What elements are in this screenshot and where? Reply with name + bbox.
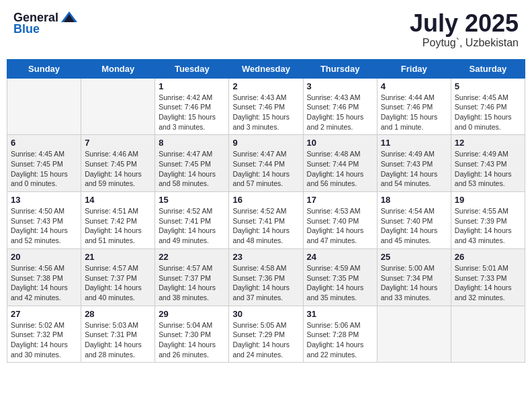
header-sunday: Sunday — [7, 59, 81, 78]
day-number: 30 — [232, 309, 299, 319]
calendar-day-cell: 22Sunrise: 4:57 AMSunset: 7:37 PMDayligh… — [155, 248, 229, 306]
day-number: 7 — [85, 138, 151, 148]
header: General Blue July 2025 Poytug`, Uzbekist… — [7, 7, 525, 52]
day-number: 15 — [159, 195, 225, 205]
calendar-day-cell: 5Sunrise: 4:45 AMSunset: 7:46 PMDaylight… — [451, 78, 525, 135]
calendar-day-cell: 8Sunrise: 4:47 AMSunset: 7:45 PMDaylight… — [155, 135, 229, 192]
day-number: 25 — [381, 252, 447, 262]
day-info: Sunrise: 4:49 AMSunset: 7:43 PMDaylight:… — [381, 149, 447, 189]
day-info: Sunrise: 4:57 AMSunset: 7:37 PMDaylight:… — [159, 263, 225, 303]
day-number: 20 — [11, 252, 77, 262]
title-area: July 2025 Poytug`, Uzbekistan — [410, 10, 519, 49]
day-number: 29 — [159, 309, 225, 319]
day-info: Sunrise: 5:06 AMSunset: 7:28 PMDaylight:… — [307, 320, 373, 360]
day-number: 23 — [232, 252, 299, 262]
day-number: 10 — [307, 138, 373, 148]
day-info: Sunrise: 4:45 AMSunset: 7:45 PMDaylight:… — [11, 149, 77, 189]
calendar-week-row: 1Sunrise: 4:42 AMSunset: 7:46 PMDaylight… — [7, 78, 525, 135]
day-info: Sunrise: 4:49 AMSunset: 7:43 PMDaylight:… — [455, 149, 521, 189]
day-number: 13 — [11, 195, 77, 205]
calendar-day-cell — [81, 78, 155, 135]
day-number: 24 — [307, 252, 373, 262]
header-wednesday: Wednesday — [229, 59, 303, 78]
calendar-day-cell: 24Sunrise: 4:59 AMSunset: 7:35 PMDayligh… — [303, 248, 377, 306]
day-info: Sunrise: 4:44 AMSunset: 7:46 PMDaylight:… — [381, 93, 447, 132]
calendar-day-cell: 31Sunrise: 5:06 AMSunset: 7:28 PMDayligh… — [303, 306, 377, 363]
header-saturday: Saturday — [451, 59, 525, 78]
day-number: 28 — [85, 309, 151, 319]
day-number: 27 — [11, 309, 77, 319]
calendar-day-cell: 27Sunrise: 5:02 AMSunset: 7:32 PMDayligh… — [7, 306, 81, 363]
calendar-day-cell: 23Sunrise: 4:58 AMSunset: 7:36 PMDayligh… — [229, 248, 303, 306]
calendar-week-row: 20Sunrise: 4:56 AMSunset: 7:38 PMDayligh… — [7, 248, 525, 306]
day-info: Sunrise: 5:00 AMSunset: 7:34 PMDaylight:… — [381, 263, 447, 303]
calendar-day-cell — [377, 306, 451, 363]
calendar-day-cell: 9Sunrise: 4:47 AMSunset: 7:44 PMDaylight… — [229, 135, 303, 192]
day-number: 18 — [381, 195, 447, 205]
day-info: Sunrise: 4:43 AMSunset: 7:46 PMDaylight:… — [232, 93, 299, 132]
calendar-day-cell: 28Sunrise: 5:03 AMSunset: 7:31 PMDayligh… — [81, 306, 155, 363]
day-info: Sunrise: 4:52 AMSunset: 7:41 PMDaylight:… — [159, 206, 225, 246]
calendar-day-cell: 11Sunrise: 4:49 AMSunset: 7:43 PMDayligh… — [377, 135, 451, 192]
day-info: Sunrise: 5:03 AMSunset: 7:31 PMDaylight:… — [85, 320, 151, 360]
day-number: 5 — [455, 81, 521, 91]
calendar-day-cell: 4Sunrise: 4:44 AMSunset: 7:46 PMDaylight… — [377, 78, 451, 135]
day-number: 6 — [11, 138, 77, 148]
day-number: 21 — [85, 252, 151, 262]
calendar-day-cell: 15Sunrise: 4:52 AMSunset: 7:41 PMDayligh… — [155, 192, 229, 249]
calendar-day-cell: 21Sunrise: 4:57 AMSunset: 7:37 PMDayligh… — [81, 248, 155, 306]
location-title: Poytug`, Uzbekistan — [410, 37, 519, 49]
day-info: Sunrise: 4:59 AMSunset: 7:35 PMDaylight:… — [307, 263, 373, 303]
day-number: 26 — [455, 252, 521, 262]
calendar-header-row: SundayMondayTuesdayWednesdayThursdayFrid… — [7, 59, 525, 78]
logo-icon — [60, 10, 79, 25]
calendar-day-cell: 30Sunrise: 5:05 AMSunset: 7:29 PMDayligh… — [229, 306, 303, 363]
day-info: Sunrise: 5:02 AMSunset: 7:32 PMDaylight:… — [11, 320, 77, 360]
calendar-week-row: 6Sunrise: 4:45 AMSunset: 7:45 PMDaylight… — [7, 135, 525, 192]
logo-blue: Blue — [13, 22, 40, 36]
day-info: Sunrise: 4:55 AMSunset: 7:39 PMDaylight:… — [455, 206, 521, 246]
calendar-day-cell: 20Sunrise: 4:56 AMSunset: 7:38 PMDayligh… — [7, 248, 81, 306]
calendar-day-cell: 26Sunrise: 5:01 AMSunset: 7:33 PMDayligh… — [451, 248, 525, 306]
day-info: Sunrise: 5:04 AMSunset: 7:30 PMDaylight:… — [159, 320, 225, 360]
day-info: Sunrise: 4:43 AMSunset: 7:46 PMDaylight:… — [307, 93, 373, 132]
day-number: 14 — [85, 195, 151, 205]
calendar-week-row: 13Sunrise: 4:50 AMSunset: 7:43 PMDayligh… — [7, 192, 525, 249]
day-number: 4 — [381, 81, 447, 91]
calendar-day-cell: 10Sunrise: 4:48 AMSunset: 7:44 PMDayligh… — [303, 135, 377, 192]
day-number: 16 — [232, 195, 299, 205]
header-friday: Friday — [377, 59, 451, 78]
calendar-day-cell: 7Sunrise: 4:46 AMSunset: 7:45 PMDaylight… — [81, 135, 155, 192]
day-info: Sunrise: 4:47 AMSunset: 7:44 PMDaylight:… — [232, 149, 299, 189]
day-number: 17 — [307, 195, 373, 205]
calendar: SundayMondayTuesdayWednesdayThursdayFrid… — [7, 59, 525, 363]
day-number: 19 — [455, 195, 521, 205]
day-info: Sunrise: 4:51 AMSunset: 7:42 PMDaylight:… — [85, 206, 151, 246]
day-info: Sunrise: 4:58 AMSunset: 7:36 PMDaylight:… — [232, 263, 299, 303]
day-info: Sunrise: 4:52 AMSunset: 7:41 PMDaylight:… — [232, 206, 299, 246]
month-title: July 2025 — [410, 10, 519, 37]
day-number: 31 — [307, 309, 373, 319]
day-info: Sunrise: 4:50 AMSunset: 7:43 PMDaylight:… — [11, 206, 77, 246]
day-number: 12 — [455, 138, 521, 148]
day-info: Sunrise: 5:05 AMSunset: 7:29 PMDaylight:… — [232, 320, 299, 360]
day-info: Sunrise: 4:47 AMSunset: 7:45 PMDaylight:… — [159, 149, 225, 189]
calendar-day-cell: 6Sunrise: 4:45 AMSunset: 7:45 PMDaylight… — [7, 135, 81, 192]
day-info: Sunrise: 4:53 AMSunset: 7:40 PMDaylight:… — [307, 206, 373, 246]
day-number: 22 — [159, 252, 225, 262]
calendar-day-cell: 13Sunrise: 4:50 AMSunset: 7:43 PMDayligh… — [7, 192, 81, 249]
header-tuesday: Tuesday — [155, 59, 229, 78]
day-info: Sunrise: 4:54 AMSunset: 7:40 PMDaylight:… — [381, 206, 447, 246]
day-info: Sunrise: 4:57 AMSunset: 7:37 PMDaylight:… — [85, 263, 151, 303]
day-info: Sunrise: 5:01 AMSunset: 7:33 PMDaylight:… — [455, 263, 521, 303]
header-monday: Monday — [81, 59, 155, 78]
day-info: Sunrise: 4:48 AMSunset: 7:44 PMDaylight:… — [307, 149, 373, 189]
day-number: 1 — [159, 81, 225, 91]
day-number: 3 — [307, 81, 373, 91]
calendar-day-cell: 12Sunrise: 4:49 AMSunset: 7:43 PMDayligh… — [451, 135, 525, 192]
day-info: Sunrise: 4:45 AMSunset: 7:46 PMDaylight:… — [455, 93, 521, 132]
calendar-day-cell: 2Sunrise: 4:43 AMSunset: 7:46 PMDaylight… — [229, 78, 303, 135]
calendar-day-cell: 14Sunrise: 4:51 AMSunset: 7:42 PMDayligh… — [81, 192, 155, 249]
calendar-week-row: 27Sunrise: 5:02 AMSunset: 7:32 PMDayligh… — [7, 306, 525, 363]
day-number: 8 — [159, 138, 225, 148]
